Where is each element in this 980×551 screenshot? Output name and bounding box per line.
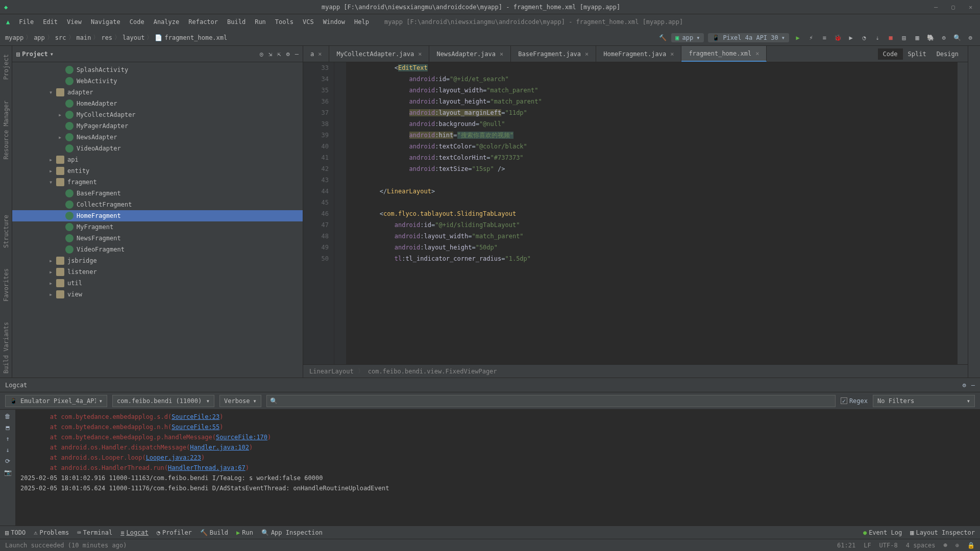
close-icon[interactable]: × <box>500 51 503 58</box>
app-inspection-tool-button[interactable]: 🔍App Inspection <box>261 529 323 536</box>
tree-item[interactable]: ▸MyCollectAdapter <box>12 109 303 120</box>
menu-view[interactable]: View <box>63 16 86 28</box>
tree-item[interactable]: WebActivity <box>12 76 303 87</box>
expand-all-icon[interactable]: ⇲ <box>268 51 272 58</box>
project-view-select[interactable]: ▤ Project ▾ <box>16 51 54 58</box>
editor-breadcrumb[interactable]: LinearLayout 〉 com.feibo.bendi.view.Fixe… <box>303 364 968 378</box>
restart-icon[interactable]: ⟳ <box>5 458 10 465</box>
scroll-end-icon[interactable]: ⬒ <box>6 424 9 431</box>
tree-item[interactable]: MyPagerAdapter <box>12 120 303 132</box>
editor-tab[interactable]: fragment_home.xml× <box>681 46 767 62</box>
favorites-tool-button[interactable]: Favorites <box>2 264 11 306</box>
clear-log-icon[interactable]: 🗑 <box>5 413 11 420</box>
chevron-icon[interactable]: ▸ <box>49 291 56 298</box>
close-icon[interactable]: × <box>418 51 422 58</box>
event-log-tool-button[interactable]: ●Event Log <box>863 529 902 536</box>
minimize-button[interactable]: — <box>934 4 941 11</box>
sync-gradle-icon[interactable]: 🐘 <box>926 33 935 42</box>
breadcrumb-item[interactable]: main <box>77 34 91 41</box>
search-everywhere-icon[interactable]: 🔍 <box>952 33 962 42</box>
breadcrumb-item[interactable]: layout <box>122 34 144 41</box>
run-configuration-select[interactable]: ▣ app ▾ <box>671 33 704 42</box>
log-level-select[interactable]: Verbose ▾ <box>219 395 261 407</box>
menu-window[interactable]: Window <box>319 16 349 28</box>
tree-item[interactable]: CollectFragment <box>12 199 303 210</box>
chevron-icon[interactable]: ▾ <box>49 179 56 186</box>
tree-item[interactable]: MyFragment <box>12 221 303 233</box>
logcat-search-input[interactable]: 🔍 <box>266 395 836 407</box>
tree-item[interactable]: SplashActivity <box>12 64 303 76</box>
todo-tool-button[interactable]: ▤TODO <box>5 529 26 536</box>
chevron-icon[interactable]: ▾ <box>49 89 56 96</box>
tree-item[interactable]: VideoFragment <box>12 244 303 255</box>
regex-checkbox[interactable]: ✓ Regex <box>841 397 868 405</box>
breadcrumb-item[interactable]: res <box>101 34 112 41</box>
problems-tool-button[interactable]: ⚠Problems <box>34 529 69 536</box>
menu-build[interactable]: Build <box>223 16 250 28</box>
line-separator[interactable]: LF <box>864 542 871 549</box>
avd-manager-icon[interactable]: ▤ <box>899 33 909 42</box>
debug-icon[interactable]: 🐞 <box>833 33 842 42</box>
settings-icon[interactable]: ⚙ <box>966 33 975 42</box>
breadcrumb-item[interactable]: myapp <box>5 34 23 41</box>
hide-icon[interactable]: — <box>295 51 299 58</box>
tree-item[interactable]: ▸NewsAdapter <box>12 132 303 143</box>
close-icon[interactable]: × <box>318 51 322 58</box>
tree-item[interactable]: ▾adapter <box>12 87 303 98</box>
view-mode-code[interactable]: Code <box>878 48 903 60</box>
tree-item[interactable]: NewsFragment <box>12 233 303 244</box>
chevron-icon[interactable]: ▸ <box>49 257 56 264</box>
chevron-icon[interactable]: ▸ <box>58 111 65 118</box>
file-encoding[interactable]: UTF-8 <box>879 542 898 549</box>
menu-run[interactable]: Run <box>251 16 270 28</box>
logcat-tool-button[interactable]: ≡Logcat <box>120 529 149 536</box>
process-select[interactable]: com.feibo.bendi (11000) ▾ <box>112 395 214 407</box>
logcat-output[interactable]: at com.bytedance.embedapplog.s.d(SourceF… <box>15 410 980 525</box>
chevron-icon[interactable]: ▸ <box>49 167 56 174</box>
close-icon[interactable]: × <box>670 51 674 58</box>
chevron-icon[interactable]: ▸ <box>49 268 56 276</box>
editor-tab[interactable]: MyCollectAdapter.java× <box>329 46 429 62</box>
menu-navigate[interactable]: Navigate <box>87 16 125 28</box>
chevron-icon[interactable]: ▸ <box>49 156 56 163</box>
breadcrumb-item[interactable]: fragment_home.xml <box>164 34 227 41</box>
structure-tool-button[interactable]: Structure <box>2 211 11 252</box>
coverage-icon[interactable]: ▶ <box>846 33 855 42</box>
screenshot-icon[interactable]: 📷 <box>4 469 12 476</box>
breadcrumb-item[interactable]: app <box>34 34 45 41</box>
tree-item[interactable]: ▸listener <box>12 266 303 278</box>
collapse-all-icon[interactable]: ⇱ <box>277 51 281 58</box>
chevron-icon[interactable]: ▸ <box>58 134 65 141</box>
menu-analyze[interactable]: Analyze <box>150 16 184 28</box>
memory-icon[interactable]: ⊕ <box>955 542 959 549</box>
make-project-icon[interactable]: 🔨 <box>658 33 667 42</box>
project-tree[interactable]: SplashActivityWebActivity▾adapterHomeAda… <box>12 62 303 378</box>
editor-minimap[interactable] <box>958 62 968 364</box>
tree-item[interactable]: HomeAdapter <box>12 98 303 109</box>
apply-changes-icon[interactable]: ⚡ <box>806 33 816 42</box>
menu-edit[interactable]: Edit <box>39 16 62 28</box>
editor-tab[interactable]: BaseFragment.java× <box>511 46 596 62</box>
terminal-tool-button[interactable]: ⌨Terminal <box>77 529 112 536</box>
menu-code[interactable]: Code <box>126 16 149 28</box>
tree-item[interactable]: VideoAdapter <box>12 143 303 154</box>
build-variants-tool-button[interactable]: Build Variants <box>2 318 11 378</box>
editor-tab[interactable]: a× <box>303 46 329 62</box>
close-button[interactable]: ✕ <box>969 4 976 11</box>
stop-icon[interactable]: ■ <box>886 33 895 42</box>
device-select[interactable]: 📱 Pixel 4a API 30 ▾ <box>708 33 789 42</box>
run-tool-button[interactable]: ▶Run <box>236 529 253 536</box>
line-number-gutter[interactable]: 333435363738394041424344454647484950 <box>303 62 334 364</box>
caret-position[interactable]: 61:21 <box>837 542 855 549</box>
tree-item[interactable]: ▸entity <box>12 165 303 177</box>
run-icon[interactable]: ▶ <box>793 33 802 42</box>
gear-icon[interactable]: ⚙ <box>963 382 966 389</box>
tree-item[interactable]: BaseFragment <box>12 188 303 199</box>
tree-item[interactable]: ▸api <box>12 154 303 165</box>
breadcrumb[interactable]: myapp〉 app〉 src〉 main〉 res〉 layout〉 📄 fr… <box>5 33 658 42</box>
menu-file[interactable]: File <box>15 16 38 28</box>
sdk-manager-icon[interactable]: ▦ <box>913 33 922 42</box>
device-select[interactable]: 📱 Emulator Pixel_4a_API_30 Androi ▾ <box>5 395 107 407</box>
print-icon[interactable]: ↓ <box>6 446 9 454</box>
indent-settings[interactable]: 4 spaces <box>906 542 936 549</box>
